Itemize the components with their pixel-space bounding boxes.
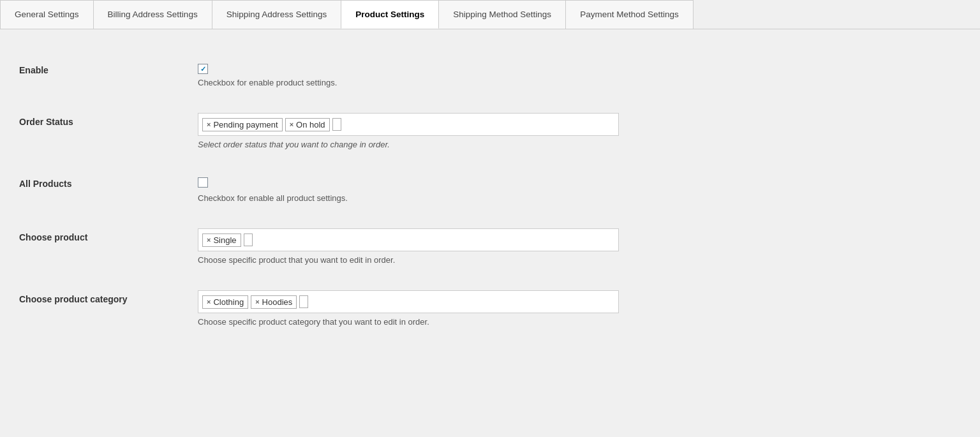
choose-product-label: Choose product (19, 228, 198, 242)
order-status-label: Order Status (19, 113, 198, 127)
tag-on-hold[interactable]: × On hold (285, 118, 330, 131)
tag-on-hold-label: On hold (296, 120, 325, 130)
tag-clothing-label: Clothing (213, 297, 244, 307)
tab-payment[interactable]: Payment Method Settings (565, 0, 694, 29)
all-products-checkbox[interactable] (198, 177, 208, 188)
choose-product-cursor (244, 233, 253, 246)
choose-product-text-input[interactable] (255, 235, 362, 245)
enable-description: Checkbox for enable product settings. (198, 78, 961, 87)
tab-shipping-address[interactable]: Shipping Address Settings (212, 0, 342, 29)
order-status-row: Order Status × Pending payment × On hold… (19, 100, 961, 162)
choose-product-row: Choose product × Single Choose specific … (19, 216, 961, 278)
choose-category-label: Choose product category (19, 290, 198, 304)
settings-content: Enable Checkbox for enable product setti… (0, 29, 980, 359)
choose-category-value: × Clothing × Hoodies Choose specific pro… (198, 290, 961, 327)
choose-category-input[interactable]: × Clothing × Hoodies (198, 290, 619, 313)
tag-hoodies-label: Hoodies (262, 297, 293, 307)
choose-product-value: × Single Choose specific product that yo… (198, 228, 961, 265)
choose-category-description: Choose specific product category that yo… (198, 317, 961, 327)
tab-billing[interactable]: Billing Address Settings (93, 0, 212, 29)
choose-category-row: Choose product category × Clothing × Hoo… (19, 278, 961, 339)
all-products-label: All Products (19, 175, 198, 189)
order-status-description: Select order status that you want to cha… (198, 140, 961, 149)
tag-on-hold-remove-icon[interactable]: × (290, 121, 293, 128)
choose-product-description: Choose specific product that you want to… (198, 255, 961, 265)
order-status-text-input[interactable] (344, 120, 451, 130)
tab-general[interactable]: General Settings (0, 0, 94, 29)
tag-single-label: Single (213, 235, 236, 245)
all-products-description: Checkbox for enable all product settings… (198, 193, 961, 203)
tab-product[interactable]: Product Settings (341, 0, 439, 29)
tag-pending-payment[interactable]: × Pending payment (202, 118, 283, 131)
tag-single[interactable]: × Single (202, 233, 241, 247)
tab-bar: General Settings Billing Address Setting… (0, 0, 980, 29)
order-status-input[interactable]: × Pending payment × On hold (198, 113, 619, 136)
tag-hoodies[interactable]: × Hoodies (251, 295, 297, 309)
tag-pending-remove-icon[interactable]: × (207, 121, 211, 128)
choose-category-cursor (299, 295, 308, 308)
tag-clothing-remove-icon[interactable]: × (207, 298, 211, 306)
tag-hoodies-remove-icon[interactable]: × (255, 298, 259, 306)
choose-category-text-input[interactable] (311, 297, 418, 307)
all-products-value: Checkbox for enable all product settings… (198, 175, 961, 203)
enable-value: Checkbox for enable product settings. (198, 61, 961, 87)
enable-label: Enable (19, 61, 198, 75)
enable-row: Enable Checkbox for enable product setti… (19, 48, 961, 100)
order-status-cursor (332, 118, 341, 131)
tag-clothing[interactable]: × Clothing (202, 295, 248, 309)
tag-pending-label: Pending payment (213, 120, 278, 130)
enable-checkbox[interactable] (198, 64, 208, 74)
all-products-row: All Products Checkbox for enable all pro… (19, 162, 961, 216)
tab-shipping-method[interactable]: Shipping Method Settings (438, 0, 566, 29)
order-status-value: × Pending payment × On hold Select order… (198, 113, 961, 149)
tag-single-remove-icon[interactable]: × (207, 236, 211, 244)
choose-product-input[interactable]: × Single (198, 228, 619, 251)
